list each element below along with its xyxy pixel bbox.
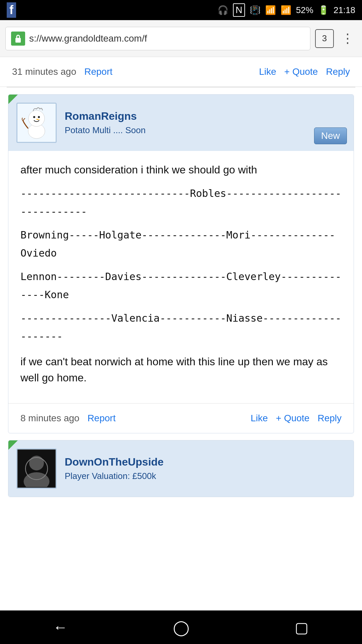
back-button[interactable]: ← (47, 614, 74, 641)
action-bar-left: 31 minutes ago Report (12, 66, 113, 77)
next-avatar (16, 448, 57, 489)
username[interactable]: RomanReigns (65, 110, 145, 122)
top-timestamp: 31 minutes ago (12, 66, 76, 77)
footer-quote-link[interactable]: + Quote (276, 413, 309, 424)
avatar (16, 103, 57, 143)
svg-rect-0 (15, 38, 21, 43)
browser-bar: s://www.grandoldteam.com/f 3 ⋮ (0, 20, 362, 57)
content: 31 minutes ago Report Like + Quote Reply (0, 57, 362, 497)
top-action-bar: 31 minutes ago Report Like + Quote Reply (0, 57, 362, 87)
home-button[interactable]: ◯ (168, 614, 194, 641)
post-header: RomanReigns Potato Multi .... Soon New (8, 95, 354, 151)
wifi-icon: 📶 (265, 5, 276, 15)
headphone-icon: 🎧 (218, 5, 228, 15)
time: 21:18 (334, 5, 355, 15)
next-green-corner (8, 440, 18, 450)
status-bar-right: 🎧 N 📳 📶 📶 52% 🔋 21:18 (218, 3, 355, 17)
recents-button[interactable]: ▢ (288, 614, 315, 641)
vibrate-icon: 📳 (250, 5, 260, 15)
post-footer-left: 8 minutes ago Report (20, 413, 116, 424)
green-corner (8, 95, 18, 104)
url-bar[interactable]: s://www.grandoldteam.com/f (5, 27, 310, 50)
next-username[interactable]: DownOnTheUpside (65, 456, 164, 468)
lineup-line3: Lennon--------Davies--------------Clever… (20, 268, 342, 304)
top-report-link[interactable]: Report (84, 66, 112, 77)
next-user-info: DownOnTheUpside Player Valuation: £500k (65, 456, 164, 481)
footer-report-link[interactable]: Report (87, 413, 116, 424)
facebook-icon: f (7, 2, 16, 18)
menu-dots[interactable]: ⋮ (339, 31, 357, 46)
lineup-line2: Browning-----Holgate--------------Mori--… (20, 226, 342, 262)
lineup-line1: ----------------------------Robles------… (20, 184, 342, 221)
user-title: Potato Multi .... Soon (65, 125, 145, 136)
user-info: RomanReigns Potato Multi .... Soon (65, 110, 145, 136)
status-bar: f 🎧 N 📳 📶 📶 52% 🔋 21:18 (0, 0, 362, 20)
next-post-card: DownOnTheUpside Player Valuation: £500k (8, 440, 354, 497)
post-body-line2: if we can't beat norwich at home with th… (20, 354, 342, 386)
svg-point-4 (38, 116, 40, 118)
divider (7, 87, 355, 88)
top-reply-link[interactable]: Reply (326, 66, 350, 77)
post-body-line1: after much consideration i think we shou… (20, 162, 342, 178)
top-quote-link[interactable]: + Quote (284, 66, 318, 77)
post-card: RomanReigns Potato Multi .... Soon New a… (8, 94, 354, 433)
svg-point-2 (28, 110, 45, 126)
url-text: s://www.grandoldteam.com/f (29, 33, 147, 44)
next-post-header: DownOnTheUpside Player Valuation: £500k (8, 440, 354, 497)
android-nav-bar: ← ◯ ▢ (0, 610, 362, 644)
svg-point-3 (33, 116, 35, 118)
next-user-title: Player Valuation: £500k (65, 471, 164, 481)
battery-percent: 52% (296, 5, 313, 15)
post-footer: 8 minutes ago Report Like + Quote Reply (8, 403, 354, 433)
lineup-line4: ---------------Valencia-----------Niasse… (20, 309, 342, 345)
footer-like-link[interactable]: Like (251, 413, 268, 424)
top-like-link[interactable]: Like (259, 66, 276, 77)
lock-icon (11, 32, 25, 46)
status-bar-left: f (7, 2, 16, 18)
battery-icon: 🔋 (318, 5, 329, 15)
post-body: after much consideration i think we shou… (8, 151, 354, 403)
tab-count[interactable]: 3 (315, 29, 334, 48)
footer-timestamp: 8 minutes ago (20, 413, 79, 424)
nfc-icon: N (233, 3, 245, 17)
new-badge: New (314, 127, 347, 144)
post-footer-right: Like + Quote Reply (251, 413, 342, 424)
signal-icon: 📶 (281, 5, 291, 15)
footer-reply-link[interactable]: Reply (317, 413, 342, 424)
action-bar-right: Like + Quote Reply (259, 66, 350, 77)
